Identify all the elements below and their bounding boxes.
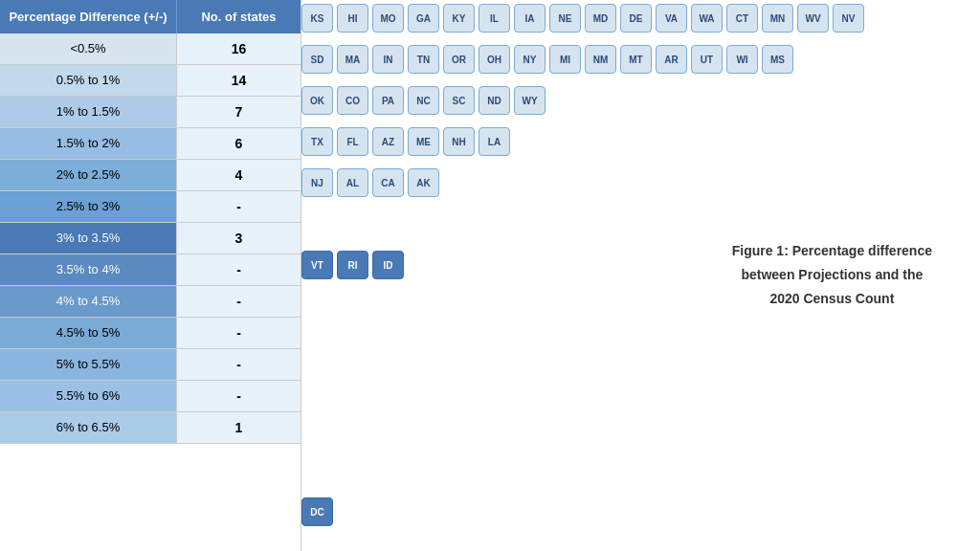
state-box[interactable]: MS	[762, 45, 793, 74]
state-box[interactable]: DC	[301, 497, 333, 526]
state-box[interactable]: NE	[549, 4, 581, 33]
left-table: Percentage Difference (+/-) No. of state…	[0, 0, 301, 551]
count-cell: 6	[177, 128, 301, 159]
state-box[interactable]: CO	[337, 86, 368, 115]
count-cell: 7	[177, 97, 301, 127]
state-box[interactable]: OK	[301, 86, 333, 115]
state-box[interactable]: IL	[479, 4, 510, 33]
count-cell: -	[177, 381, 301, 411]
table-row: 1% to 1.5%7	[0, 97, 301, 128]
state-box[interactable]: AR	[656, 45, 687, 74]
header-col2: No. of states	[177, 0, 301, 33]
state-box[interactable]: LA	[479, 127, 510, 156]
state-box[interactable]: IA	[514, 4, 546, 33]
range-cell: 2.5% to 3%	[0, 191, 177, 222]
count-cell: -	[177, 254, 301, 285]
state-box[interactable]: UT	[691, 45, 723, 74]
state-box[interactable]: NH	[443, 127, 475, 156]
state-row: SDMAINTNOROHNYMINMMTARUTWIMS	[301, 41, 980, 77]
state-row: KSHIMOGAKYILIANEMDDEVAWACTMNWVNV	[301, 0, 980, 36]
state-box[interactable]: TN	[408, 45, 439, 74]
state-row	[301, 329, 980, 365]
state-box[interactable]: ND	[479, 86, 510, 115]
state-box[interactable]: CA	[372, 168, 404, 197]
state-box[interactable]: IN	[372, 45, 404, 74]
state-box[interactable]: NJ	[301, 168, 333, 197]
state-box[interactable]: ID	[372, 251, 404, 279]
range-cell: 5.5% to 6%	[0, 381, 177, 411]
count-cell: 16	[177, 33, 301, 64]
state-box[interactable]: VT	[301, 251, 333, 279]
state-box[interactable]: AK	[408, 168, 439, 197]
header-col1: Percentage Difference (+/-)	[0, 0, 177, 33]
state-box[interactable]: MN	[762, 4, 793, 33]
state-box[interactable]: NV	[833, 4, 864, 33]
range-cell: 1.5% to 2%	[0, 128, 177, 159]
state-box[interactable]: DE	[620, 4, 652, 33]
state-box[interactable]: GA	[408, 4, 439, 33]
count-cell: -	[177, 191, 301, 222]
table-row: 1.5% to 2%6	[0, 128, 301, 160]
state-row: OKCOPANCSCNDWY	[301, 82, 980, 119]
range-cell: 5% to 5.5%	[0, 349, 177, 380]
right-panel: KSHIMOGAKYILIANEMDDEVAWACTMNWVNVSDMAINTN…	[301, 0, 980, 551]
state-box[interactable]: TX	[301, 127, 333, 156]
table-row: 2% to 2.5%4	[0, 160, 301, 191]
state-row	[301, 370, 980, 407]
table-row: 4.5% to 5%-	[0, 318, 301, 349]
state-row: NJALCAAK	[301, 165, 980, 201]
table-header: Percentage Difference (+/-) No. of state…	[0, 0, 301, 33]
state-box[interactable]: AL	[337, 168, 368, 197]
state-box[interactable]: ME	[408, 127, 439, 156]
caption-line3: 2020 Census Count	[732, 287, 932, 311]
state-box[interactable]: VA	[656, 4, 687, 33]
state-box[interactable]: HI	[337, 4, 368, 33]
state-box[interactable]: MA	[337, 45, 368, 74]
state-row	[301, 206, 980, 242]
state-box[interactable]: RI	[337, 251, 368, 279]
state-box[interactable]: KS	[301, 4, 333, 33]
state-box[interactable]: FL	[337, 127, 368, 156]
count-cell: 14	[177, 65, 301, 96]
state-box[interactable]: AZ	[372, 127, 404, 156]
range-cell: 4% to 4.5%	[0, 286, 177, 317]
state-row: TXFLAZMENHLA	[301, 123, 980, 160]
state-box[interactable]: CT	[726, 4, 758, 33]
table-row: 4% to 4.5%-	[0, 286, 301, 318]
state-box[interactable]: WY	[514, 86, 546, 115]
state-box[interactable]: MD	[585, 4, 616, 33]
state-box[interactable]: SD	[301, 45, 333, 74]
range-cell: 0.5% to 1%	[0, 65, 177, 96]
state-box[interactable]: WV	[797, 4, 829, 33]
state-box[interactable]: NM	[585, 45, 616, 74]
table-row: <0.5%16	[0, 33, 301, 65]
state-box[interactable]: PA	[372, 86, 404, 115]
count-cell: 3	[177, 223, 301, 253]
state-box[interactable]: OR	[443, 45, 475, 74]
state-box[interactable]: KY	[443, 4, 475, 33]
table-row: 3% to 3.5%3	[0, 223, 301, 254]
count-cell: 1	[177, 412, 301, 443]
state-box[interactable]: MI	[549, 45, 581, 74]
range-cell: 1% to 1.5%	[0, 97, 177, 127]
range-cell: 2% to 2.5%	[0, 160, 177, 190]
figure-caption: Figure 1: Percentage difference between …	[732, 239, 932, 312]
state-row	[301, 452, 980, 489]
state-box[interactable]: MO	[372, 4, 404, 33]
state-box[interactable]: NC	[408, 86, 439, 115]
table-row: 5.5% to 6%-	[0, 381, 301, 412]
table-row: 3.5% to 4%-	[0, 254, 301, 286]
count-cell: -	[177, 349, 301, 380]
state-box[interactable]: OH	[479, 45, 510, 74]
count-cell: 4	[177, 160, 301, 190]
state-box[interactable]: MT	[620, 45, 652, 74]
range-cell: 3.5% to 4%	[0, 254, 177, 285]
range-cell: <0.5%	[0, 33, 177, 64]
caption-line2: between Projections and the	[732, 263, 932, 287]
state-box[interactable]: WA	[691, 4, 723, 33]
state-box[interactable]: NY	[514, 45, 546, 74]
state-box[interactable]: SC	[443, 86, 475, 115]
state-box[interactable]: WI	[726, 45, 758, 74]
table-row: 5% to 5.5%-	[0, 349, 301, 381]
table-row: 2.5% to 3%-	[0, 191, 301, 223]
